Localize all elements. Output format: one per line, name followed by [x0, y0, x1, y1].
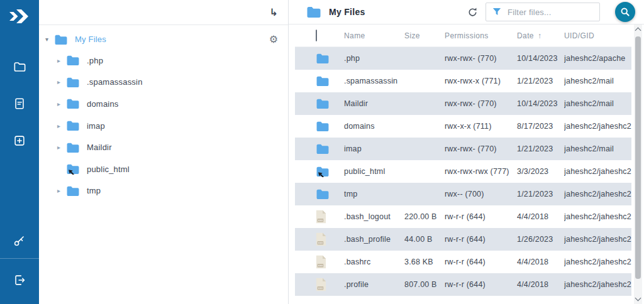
file-name[interactable]: .profile [344, 280, 404, 289]
file-name[interactable]: public_html [344, 167, 404, 176]
table-row[interactable]: tmp rwx-- (700) 1/21/2023 jaheshc2/jahes… [295, 183, 631, 205]
folder-icon [66, 142, 80, 153]
file-name[interactable]: .spamassassin [344, 77, 404, 85]
file-name[interactable]: .bash_profile [344, 235, 404, 244]
file-name[interactable]: tmp [344, 190, 404, 198]
table-row[interactable]: public_html rwx-rwx-rwx (777) 3/3/2023 j… [295, 160, 631, 183]
vertical-scrollbar[interactable] [634, 24, 642, 304]
collapse-expander-icon[interactable]: ▾ [45, 36, 54, 43]
files-nav-folder-icon[interactable] [7, 54, 32, 79]
tree-item[interactable]: ▸ .php [39, 50, 288, 72]
scroll-down-icon[interactable] [635, 295, 641, 301]
row-icon-slot [295, 143, 344, 155]
folder-icon [66, 77, 80, 88]
column-header-date[interactable]: Date↑ [517, 31, 564, 40]
file-permissions: rwx-rwx- (770) [445, 54, 517, 63]
tree-item[interactable]: ▸ tmp [39, 180, 288, 202]
column-header-size[interactable]: Size [404, 31, 445, 40]
tree-item-icon-slot [66, 76, 80, 88]
indent-arrow-icon[interactable]: ↳ [270, 8, 278, 18]
table-row[interactable]: Maildir rwx-rwx- (770) 10/14/2023 jahesh… [295, 92, 631, 115]
document-nav-icon[interactable] [7, 91, 32, 116]
tree-item-icon-slot [66, 141, 80, 153]
tree-item[interactable]: ▸ domains [39, 93, 288, 115]
table-row[interactable]: .bash_profile 44.00 B rw-r-r (644) 1/26/… [295, 228, 631, 251]
file-name[interactable]: imap [344, 144, 404, 153]
file-uid-gid: jaheshc2/jaheshc2 [564, 167, 631, 176]
file-name[interactable]: .php [344, 54, 404, 63]
file-uid-gid: jaheshc2/apache [564, 54, 631, 63]
column-header-uid-gid[interactable]: UID/GID [564, 31, 631, 40]
tree-item-label[interactable]: .spamassassin [87, 77, 143, 87]
file-name[interactable]: domains [344, 122, 404, 131]
filter-files-input[interactable] [508, 8, 589, 17]
row-icon-slot [295, 232, 344, 246]
directadmin-logo[interactable] [8, 7, 31, 26]
add-square-nav-icon[interactable] [7, 128, 32, 153]
filter-funnel-icon [492, 8, 501, 16]
table-row[interactable]: .php rwx-rwx- (770) 10/14/2023 jaheshc2/… [295, 47, 631, 70]
file-size: 220.00 B [404, 212, 445, 221]
logout-icon[interactable] [7, 268, 32, 293]
column-header-name[interactable]: Name [344, 31, 404, 40]
tree-panel-header: ↳ [39, 0, 288, 25]
tree-item-label[interactable]: imap [87, 121, 105, 131]
table-row[interactable]: imap rwx-rwx- (770) 1/21/2023 jaheshc2/m… [295, 138, 631, 160]
table-header: Name Size Permissions Date↑ UID/GID [295, 24, 631, 47]
expander-icon[interactable]: ▸ [57, 57, 66, 64]
row-icon-slot [295, 121, 344, 132]
row-icon-slot [295, 166, 344, 177]
file-date: 3/3/2023 [517, 167, 564, 176]
tree-item-label[interactable]: .php [87, 56, 103, 65]
tree-item-icon-slot [66, 55, 80, 67]
table-row[interactable]: .bash_logout 220.00 B rw-r-r (644) 4/4/2… [295, 205, 631, 228]
file-name[interactable]: .bashrc [344, 258, 404, 266]
scroll-up-icon[interactable] [635, 28, 641, 34]
key-icon[interactable] [7, 228, 32, 253]
tree-root-my-files[interactable]: ▾ My Files ⚙ [39, 29, 288, 50]
expander-icon[interactable]: ▸ [57, 144, 66, 151]
tree-item[interactable]: ▸ Maildir [39, 136, 288, 158]
table-row[interactable]: .spamassassin rwx-rwx-x (771) 1/21/2023 … [295, 70, 631, 92]
scrollbar-thumb[interactable] [635, 36, 641, 279]
table-row[interactable]: .bashrc 3.68 KB rw-r-r (644) 4/4/2018 ja… [295, 251, 631, 273]
tree-item-label[interactable]: public_html [87, 165, 130, 174]
column-header-permissions[interactable]: Permissions [445, 31, 517, 40]
file-uid-gid: jaheshc2/mail [564, 77, 631, 85]
expander-icon[interactable]: ▸ [57, 187, 66, 194]
table-row[interactable]: .profile 807.00 B rw-r-r (644) 4/4/2018 … [295, 273, 631, 296]
tree-item[interactable]: ▸ imap [39, 115, 288, 137]
file-list-panel: My Files Name [289, 0, 644, 304]
file-uid-gid: jaheshc2/jaheshc2 [564, 212, 631, 221]
file-size: 807.00 B [404, 280, 445, 289]
tree-item-label[interactable]: Maildir [87, 143, 112, 152]
tree-item[interactable]: ▸ .spamassassin [39, 72, 288, 94]
folder-icon [316, 143, 330, 155]
tree-item-label[interactable]: tmp [87, 186, 101, 195]
folder-icon [316, 53, 330, 64]
file-name[interactable]: .bash_logout [344, 212, 404, 221]
table-row[interactable]: domains rwx-x-x (711) 8/17/2023 jaheshc2… [295, 115, 631, 138]
file-permissions: rw-r-r (644) [445, 280, 517, 289]
file-permissions: rwx-rwx- (770) [445, 144, 517, 153]
select-all-checkbox[interactable] [316, 30, 317, 41]
expander-icon[interactable]: ▸ [57, 79, 66, 85]
file-icon [316, 255, 326, 269]
folder-icon [316, 121, 330, 132]
file-date: 4/4/2018 [517, 280, 564, 289]
folder-icon [316, 188, 330, 200]
search-button[interactable] [615, 2, 635, 22]
tree-item[interactable]: ▸ public_html [39, 158, 288, 180]
tree-item-label[interactable]: domains [87, 99, 119, 109]
tree-item-icon-slot [66, 163, 80, 175]
current-folder-icon [306, 6, 321, 18]
file-name[interactable]: Maildir [344, 99, 404, 108]
file-permissions: rwx-rwx-x (771) [445, 77, 517, 85]
file-uid-gid: jaheshc2/jaheshc2 [564, 122, 631, 131]
expander-icon[interactable]: ▸ [57, 122, 66, 129]
expander-icon[interactable]: ▸ [57, 100, 66, 107]
gear-icon[interactable]: ⚙ [269, 33, 278, 45]
tree-root-label[interactable]: My Files [75, 35, 106, 44]
filter-files-box [486, 3, 600, 21]
refresh-icon[interactable] [467, 6, 478, 18]
